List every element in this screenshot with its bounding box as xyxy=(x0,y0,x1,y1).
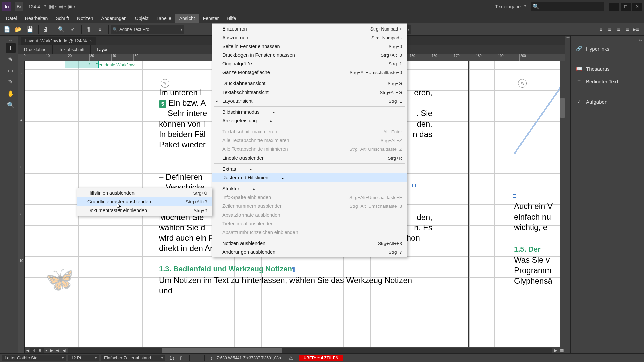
open-icon[interactable]: 📂 xyxy=(13,25,23,34)
window-close[interactable]: ✕ xyxy=(632,3,642,11)
tools-handle[interactable]: ▸▸ xyxy=(5,38,16,42)
depth-icon[interactable]: ↕ xyxy=(207,354,216,362)
vertical-ruler[interactable]: 246810 xyxy=(18,61,25,353)
menu-item[interactable]: Bildschirmmodus xyxy=(212,108,407,116)
status-size-dropdown[interactable]: 12 Pt xyxy=(68,355,99,361)
column-icon[interactable]: ▯ xyxy=(177,354,186,362)
workspace-switcher[interactable]: Texteingabe xyxy=(492,3,527,11)
menu-item[interactable]: Extras xyxy=(212,165,407,173)
vscroll-thumb[interactable] xyxy=(560,98,565,118)
align-status-icon[interactable]: ≡ xyxy=(192,354,201,362)
outport-icon[interactable] xyxy=(410,132,413,135)
menu-item[interactable]: Struktur xyxy=(212,184,407,193)
panel-aufgaben[interactable]: ✓Aufgaben xyxy=(571,95,644,108)
vertical-scrollbar[interactable] xyxy=(560,61,565,347)
align-justify-icon[interactable]: ≡ xyxy=(623,25,631,34)
menu-hilfe[interactable]: Hilfe xyxy=(223,14,240,23)
menu-datei[interactable]: Datei xyxy=(2,14,21,23)
arrange-documents[interactable]: ▣ xyxy=(67,2,76,11)
menu-aenderungen[interactable]: Änderungen xyxy=(97,14,131,23)
note-tool[interactable]: ✎ xyxy=(6,54,16,64)
menu-item[interactable]: OriginalgrößeStrg+1 xyxy=(212,59,407,68)
print-icon[interactable]: 🖨 xyxy=(41,25,51,34)
new-icon[interactable]: 📄 xyxy=(2,25,12,34)
menu-bearbeiten[interactable]: Bearbeiten xyxy=(21,14,52,23)
menu-item[interactable]: ✓LayoutansichtStrg+L xyxy=(212,97,407,105)
scroll-right-icon[interactable]: ▶ xyxy=(553,347,559,353)
document-tab[interactable]: Layout_Workflow.indd @ 124 % × xyxy=(21,37,96,45)
note-anchor-icon[interactable] xyxy=(161,79,169,88)
view-tab-textabschnitt[interactable]: Textabschnitt xyxy=(53,45,91,54)
body-paragraph[interactable]: Um Notizen im Text zu hinterlassen, wähl… xyxy=(159,275,427,296)
note-anchor-icon[interactable] xyxy=(518,79,527,88)
menu-item[interactable]: AuszoomenStrg+Numpad - xyxy=(212,33,407,42)
save-icon[interactable]: 💾 xyxy=(25,25,35,34)
ansicht-menu-dropdown[interactable]: EinzoomenStrg+Numpad +AuszoomenStrg+Nump… xyxy=(212,23,407,257)
panel-dock-collapsed[interactable]: ◂◂ xyxy=(565,36,570,353)
panel-collapse-icon[interactable]: ▸▸ xyxy=(571,38,644,42)
menu-item[interactable]: DruckfahnenansichtStrg+G xyxy=(212,79,407,88)
view-options-1[interactable]: ▦ xyxy=(48,2,57,11)
lines-icon[interactable]: 1↕ xyxy=(168,354,176,362)
help-search[interactable]: 🔍 xyxy=(531,2,604,11)
align-left-icon[interactable]: ≡ xyxy=(597,25,605,34)
menu-item[interactable]: Raster und Hilfslinien xyxy=(212,173,407,182)
menu-item[interactable]: TextabschnittsansichtStrg+Alt+G xyxy=(212,88,407,97)
menu-item[interactable]: Lineale ausblendenStrg+R xyxy=(212,154,407,162)
status-leading-dropdown[interactable]: Einfacher Zeilenabstand xyxy=(101,355,165,361)
panel-thesaurus[interactable]: 📖Thesaurus xyxy=(571,62,644,75)
page-dropdown-icon[interactable]: ▾ xyxy=(44,348,49,353)
menu-item[interactable]: Druckbogen in Fenster einpassenStrg+Alt+… xyxy=(212,51,407,59)
menu-tabelle[interactable]: Tabelle xyxy=(152,14,175,23)
menu-schrift[interactable]: Schrift xyxy=(52,14,73,23)
panel-bedingter-text[interactable]: TBedingter Text xyxy=(571,75,644,88)
panel-hyperlinks[interactable]: 🔗Hyperlinks xyxy=(571,42,644,55)
outport-icon[interactable] xyxy=(412,184,416,187)
menu-item[interactable]: EinzoomenStrg+Numpad + xyxy=(212,24,407,33)
menu-item[interactable]: Seite in Fenster einpassenStrg+0 xyxy=(212,42,407,51)
window-maximize[interactable]: □ xyxy=(621,3,631,11)
overset-icon[interactable]: ⚠ xyxy=(287,354,296,362)
status-font-dropdown[interactable]: Letter Gothic Std xyxy=(2,355,66,361)
view-tab-layout[interactable]: Layout xyxy=(91,45,116,54)
raster-submenu[interactable]: Hilfslinien ausblendenStrg+ÜGrundlinienr… xyxy=(77,188,212,216)
menu-ansicht[interactable]: Ansicht xyxy=(175,14,199,23)
spellcheck-icon[interactable]: ✓ xyxy=(68,25,78,34)
menu-fenster[interactable]: Fenster xyxy=(199,14,223,23)
next-page-icon[interactable]: ▶ xyxy=(49,348,54,353)
last-page-icon[interactable]: ⏭ xyxy=(54,348,60,352)
menu-objekt[interactable]: Objekt xyxy=(131,14,152,23)
submenu-item[interactable]: Dokumentraster einblendenStrg+ß xyxy=(77,206,212,215)
menu-item[interactable]: Änderungen ausblendenStrg+7 xyxy=(212,248,407,256)
body-paragraph-right[interactable]: Was Sie v Programm Glyphensä xyxy=(514,255,565,286)
overset-warning[interactable]: ÜBER: ~ 4 ZEILEN xyxy=(299,355,343,361)
position-tool[interactable]: ▭ xyxy=(6,66,16,76)
menu-item[interactable]: Ganze MontageflächeStrg+Alt+Umschalttast… xyxy=(212,68,407,77)
prev-page-icon[interactable]: ◀ xyxy=(25,348,30,353)
menu-item[interactable]: Notizen ausblendenStrg+Alt+F3 xyxy=(212,239,407,248)
type-tool[interactable]: T xyxy=(6,43,16,53)
font-family-dropdown[interactable]: Adobe Text Pro xyxy=(111,25,184,34)
zoom-level-dropdown[interactable]: 124,4 xyxy=(25,3,48,11)
align-center-icon[interactable]: ≡ xyxy=(606,25,614,34)
submenu-item[interactable]: Grundlinienraster ausblendenStrg+Alt+ß xyxy=(77,197,212,206)
pilcrow-icon[interactable]: ¶ xyxy=(84,25,94,34)
zoom-tool[interactable]: 🔍 xyxy=(6,100,16,110)
text-frame-right[interactable]: Auch ein V einfach nu wichtig, e xyxy=(514,201,565,233)
inport-icon[interactable] xyxy=(513,194,516,198)
view-options-2[interactable]: ▤ xyxy=(57,2,67,11)
bridge-button[interactable]: Br xyxy=(15,2,23,11)
window-minimize[interactable]: – xyxy=(609,3,619,11)
menu-notizen[interactable]: Notizen xyxy=(73,14,97,23)
split-view-icon[interactable]: ▥ xyxy=(559,347,565,353)
hand-tool[interactable]: ✋ xyxy=(6,88,16,99)
hscroll-thumb[interactable] xyxy=(162,348,282,353)
scroll-left-icon[interactable]: ◀ xyxy=(61,347,67,353)
find-icon[interactable]: 🔍 xyxy=(56,25,66,34)
menu-item[interactable]: Anzeigeleistung xyxy=(212,116,407,125)
options-overflow-icon[interactable]: ▸≡ xyxy=(632,25,640,34)
hscroll-track[interactable] xyxy=(68,348,552,353)
eyedropper-tool[interactable]: ✎ xyxy=(6,77,16,87)
view-tab-druckfahne[interactable]: Druckfahne xyxy=(18,45,53,54)
submenu-item[interactable]: Hilfslinien ausblendenStrg+Ü xyxy=(77,189,212,197)
